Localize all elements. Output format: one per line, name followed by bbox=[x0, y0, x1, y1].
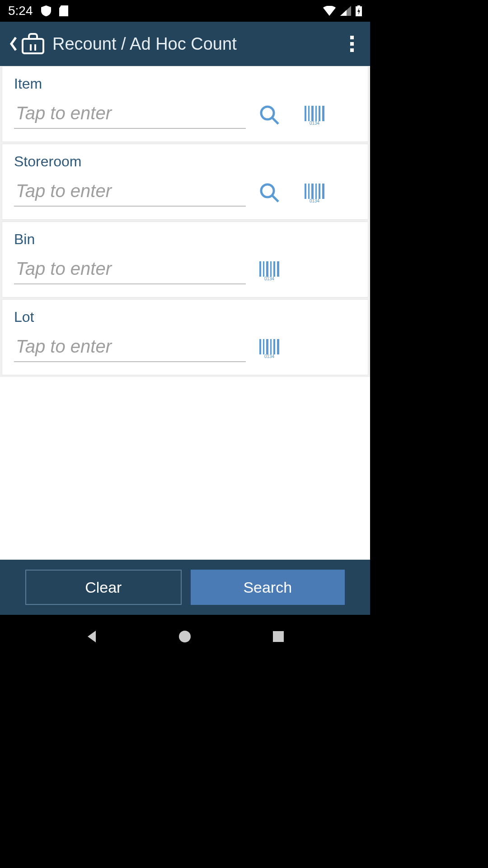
lot-label: Lot bbox=[14, 309, 356, 326]
item-input[interactable] bbox=[14, 100, 246, 129]
nav-back-button[interactable] bbox=[78, 623, 105, 650]
svg-rect-20 bbox=[319, 184, 320, 199]
nav-home-button[interactable] bbox=[171, 623, 198, 650]
bin-input[interactable] bbox=[14, 256, 246, 284]
svg-rect-35 bbox=[277, 339, 279, 354]
svg-point-37 bbox=[179, 631, 191, 642]
barcode-icon: 0134 bbox=[258, 337, 280, 359]
barcode-icon: 0134 bbox=[304, 104, 325, 126]
svg-rect-34 bbox=[273, 339, 275, 354]
bottom-action-bar: Clear Search bbox=[0, 560, 370, 615]
lot-barcode-button[interactable]: 0134 bbox=[257, 335, 282, 361]
shield-icon bbox=[41, 5, 51, 16]
svg-rect-1 bbox=[357, 5, 360, 7]
svg-rect-17 bbox=[308, 184, 310, 199]
status-bar: 5:24 bbox=[0, 0, 370, 22]
lot-field-card: Lot 0134 bbox=[2, 299, 368, 375]
overflow-menu-button[interactable] bbox=[343, 35, 361, 53]
barcode-icon: 0134 bbox=[258, 259, 280, 281]
triangle-back-icon bbox=[84, 629, 99, 644]
svg-line-6 bbox=[272, 118, 278, 124]
item-label: Item bbox=[14, 75, 356, 92]
svg-rect-3 bbox=[30, 44, 32, 51]
chevron-left-icon bbox=[9, 36, 18, 52]
storeroom-input[interactable] bbox=[14, 178, 246, 207]
svg-rect-38 bbox=[273, 631, 284, 642]
barcode-icon: 0134 bbox=[304, 182, 325, 203]
nav-recents-button[interactable] bbox=[265, 623, 292, 650]
svg-rect-4 bbox=[34, 44, 36, 51]
svg-rect-16 bbox=[305, 184, 306, 199]
briefcase-icon bbox=[21, 33, 45, 55]
bin-field-card: Bin 0134 bbox=[2, 222, 368, 297]
battery-charging-icon bbox=[356, 5, 362, 16]
svg-text:0134: 0134 bbox=[264, 354, 275, 359]
svg-rect-31 bbox=[263, 339, 264, 354]
svg-rect-28 bbox=[277, 261, 279, 277]
content-spacer bbox=[0, 377, 370, 560]
cell-signal-icon bbox=[340, 6, 351, 16]
storeroom-barcode-button[interactable]: 0134 bbox=[302, 180, 327, 205]
sd-card-icon bbox=[59, 5, 68, 16]
svg-point-5 bbox=[261, 107, 274, 119]
storeroom-search-button[interactable] bbox=[257, 180, 282, 205]
lot-input[interactable] bbox=[14, 334, 246, 362]
item-search-button[interactable] bbox=[257, 102, 282, 127]
svg-text:0134: 0134 bbox=[310, 198, 320, 203]
svg-rect-21 bbox=[322, 184, 324, 199]
svg-rect-18 bbox=[311, 184, 314, 199]
svg-rect-12 bbox=[322, 106, 324, 121]
item-barcode-button[interactable]: 0134 bbox=[302, 102, 327, 127]
svg-rect-9 bbox=[311, 106, 314, 121]
page-title: Recount / Ad Hoc Count bbox=[52, 34, 336, 54]
app-header: Recount / Ad Hoc Count bbox=[0, 22, 370, 66]
clear-button[interactable]: Clear bbox=[25, 570, 182, 605]
back-button[interactable] bbox=[9, 33, 45, 55]
item-field-card: Item 0134 bbox=[2, 66, 368, 142]
svg-rect-8 bbox=[308, 106, 310, 121]
bin-label: Bin bbox=[14, 231, 356, 248]
content-area: Item 0134 Storeroom bbox=[0, 66, 370, 615]
svg-rect-7 bbox=[305, 106, 306, 121]
wifi-icon bbox=[323, 6, 336, 16]
svg-line-15 bbox=[272, 196, 278, 202]
bin-barcode-button[interactable]: 0134 bbox=[257, 258, 282, 283]
square-recents-icon bbox=[272, 630, 285, 643]
svg-rect-26 bbox=[270, 261, 272, 277]
svg-rect-10 bbox=[315, 106, 317, 121]
svg-point-14 bbox=[261, 184, 274, 197]
svg-rect-33 bbox=[270, 339, 272, 354]
svg-rect-23 bbox=[259, 261, 261, 277]
storeroom-label: Storeroom bbox=[14, 153, 356, 170]
status-right bbox=[323, 5, 362, 16]
system-nav-bar bbox=[0, 615, 370, 658]
svg-rect-11 bbox=[319, 106, 320, 121]
status-time: 5:24 bbox=[8, 4, 33, 18]
svg-text:0134: 0134 bbox=[264, 276, 275, 281]
svg-rect-30 bbox=[259, 339, 261, 354]
search-icon bbox=[258, 182, 280, 203]
circle-home-icon bbox=[178, 630, 192, 643]
search-button[interactable]: Search bbox=[191, 570, 345, 605]
svg-rect-24 bbox=[263, 261, 264, 277]
svg-text:0134: 0134 bbox=[310, 121, 320, 126]
svg-rect-27 bbox=[273, 261, 275, 277]
storeroom-field-card: Storeroom 0134 bbox=[2, 144, 368, 220]
svg-rect-32 bbox=[266, 339, 268, 354]
svg-rect-2 bbox=[23, 39, 43, 53]
svg-rect-25 bbox=[266, 261, 268, 277]
search-icon bbox=[258, 104, 280, 126]
svg-rect-19 bbox=[315, 184, 317, 199]
status-left: 5:24 bbox=[8, 4, 68, 18]
